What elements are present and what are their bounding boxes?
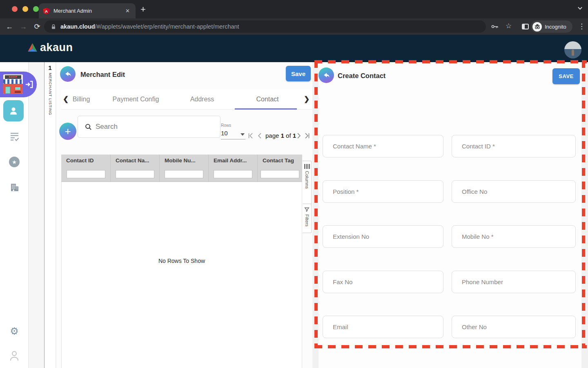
create-contact-panel: Create Contact SAVE Contact Name * Conta… bbox=[318, 62, 581, 368]
forward-icon[interactable]: → bbox=[16, 22, 30, 31]
browser-tab-strip: A Merchant Admin ✕ + bbox=[0, 0, 588, 18]
back-arrow-icon bbox=[322, 71, 330, 79]
field-email[interactable]: Email bbox=[323, 316, 443, 338]
traffic-minimize-button[interactable] bbox=[22, 6, 28, 12]
screen: A Merchant Admin ✕ + ← → ⟳ akaun.cloud/#… bbox=[0, 0, 588, 368]
gear-icon: ⚙ bbox=[10, 325, 19, 337]
columns-tab-label: Columns bbox=[305, 171, 310, 188]
plus-icon: + bbox=[65, 126, 71, 137]
field-office-no[interactable]: Office No bbox=[452, 180, 576, 203]
columns-side-tab[interactable]: Columns bbox=[303, 161, 312, 208]
table-header-row: Contact ID Contact Na... Mobile Nu... Em… bbox=[61, 155, 302, 167]
field-position[interactable]: Position * bbox=[323, 180, 443, 203]
annotation-rect-left bbox=[314, 60, 318, 348]
merchant-listing-tab[interactable]: 1 MERCHANT LISTING bbox=[44, 62, 56, 368]
incognito-badge: Incognito bbox=[531, 20, 572, 33]
user-icon bbox=[9, 350, 20, 361]
tab-contact[interactable]: Contact bbox=[249, 89, 286, 110]
tab-search-chevron-icon[interactable] bbox=[577, 6, 583, 11]
sidebar-item-organization[interactable] bbox=[0, 182, 29, 193]
incognito-icon bbox=[532, 22, 542, 31]
filter-input-email-address[interactable] bbox=[214, 170, 252, 178]
col-contact-id[interactable]: Contact ID bbox=[61, 155, 110, 167]
lock-icon bbox=[51, 24, 56, 30]
url-path: /#/applets/wavelet/erp/entity/merchant-a… bbox=[95, 23, 239, 30]
merchant-edit-panel: Merchant Edit Save ❮ Billing Payment Con… bbox=[56, 62, 312, 368]
filters-side-tab[interactable]: Filters bbox=[303, 204, 312, 233]
bookmark-star-icon[interactable]: ☆ bbox=[506, 22, 512, 30]
reload-icon[interactable]: ⟳ bbox=[30, 22, 44, 31]
col-mobile-number[interactable]: Mobile Nu... bbox=[159, 155, 208, 167]
add-contact-button[interactable]: + bbox=[59, 123, 76, 140]
traffic-zoom-button[interactable] bbox=[33, 6, 39, 12]
last-page-button[interactable] bbox=[304, 132, 310, 140]
sidebar-secondary-rail bbox=[29, 62, 44, 368]
back-arrow-icon bbox=[64, 70, 72, 78]
merchant-edit-title: Merchant Edit bbox=[80, 71, 125, 79]
filter-input-mobile-number[interactable] bbox=[165, 170, 203, 178]
url-host: akaun.cloud bbox=[60, 23, 95, 30]
tab-close-icon[interactable]: ✕ bbox=[124, 8, 131, 14]
next-page-button[interactable] bbox=[296, 132, 301, 140]
filter-input-contact-id[interactable] bbox=[67, 170, 105, 178]
filter-input-contact-name[interactable] bbox=[116, 170, 154, 178]
sidebar-item-listing[interactable] bbox=[0, 132, 29, 141]
create-contact-back-button[interactable] bbox=[318, 67, 334, 83]
browser-tab[interactable]: A Merchant Admin ✕ bbox=[39, 3, 136, 18]
col-email-address[interactable]: Email Addr... bbox=[208, 155, 257, 167]
sidebar-item-settings[interactable]: ⚙ bbox=[0, 325, 29, 337]
create-contact-title: Create Contact bbox=[338, 72, 385, 80]
tab-address[interactable]: Address bbox=[184, 89, 220, 110]
field-mobile-no[interactable]: Mobile No * bbox=[452, 225, 576, 248]
address-bar[interactable]: akaun.cloud/#/applets/wavelet/erp/entity… bbox=[44, 20, 486, 33]
person-icon bbox=[8, 105, 19, 116]
first-page-button[interactable] bbox=[248, 132, 254, 140]
traffic-close-button[interactable] bbox=[12, 6, 18, 12]
enter-applet-icon bbox=[24, 79, 34, 90]
user-avatar[interactable] bbox=[564, 41, 581, 58]
merchant-edit-save-button[interactable]: Save bbox=[286, 66, 311, 81]
storefront-icon: SHOP bbox=[3, 74, 23, 94]
listing-label: MERCHANT LISTING bbox=[48, 73, 52, 115]
rows-per-page-value: 10 bbox=[221, 130, 228, 137]
filter-input-contact-tag[interactable] bbox=[261, 170, 299, 178]
create-contact-save-button[interactable]: SAVE bbox=[552, 68, 580, 84]
rows-per-page-label: Rows bbox=[221, 123, 231, 128]
col-contact-name[interactable]: Contact Na... bbox=[110, 155, 159, 167]
key-icon[interactable] bbox=[491, 24, 499, 29]
columns-icon bbox=[304, 164, 310, 169]
sidebar-item-favourites[interactable]: ★ bbox=[0, 157, 29, 167]
rows-per-page-select[interactable]: 10 bbox=[221, 130, 245, 139]
table-filter-row bbox=[61, 167, 302, 182]
page-indicator: page 1 of 1 bbox=[265, 131, 296, 139]
table-body: No Rows To Show bbox=[61, 182, 302, 368]
new-tab-button[interactable]: + bbox=[140, 4, 146, 15]
tab-payment-config[interactable]: Payment Config bbox=[110, 89, 161, 110]
field-other-no[interactable]: Other No bbox=[452, 316, 576, 338]
sidebar-item-account[interactable] bbox=[0, 350, 29, 361]
contact-search-box bbox=[78, 116, 220, 138]
merchant-edit-tabsbar: ❮ Billing Payment Config Address Contact… bbox=[61, 89, 312, 110]
tab-title: Merchant Admin bbox=[53, 8, 124, 14]
col-contact-tag[interactable]: Contact Tag bbox=[257, 155, 302, 167]
angular-favicon-icon: A bbox=[43, 7, 50, 15]
field-fax-no[interactable]: Fax No bbox=[323, 271, 443, 293]
back-icon[interactable]: ← bbox=[2, 22, 16, 31]
tabs-scroll-right-icon[interactable]: ❯ bbox=[304, 95, 310, 103]
prev-page-button[interactable] bbox=[257, 132, 262, 140]
sidebar-item-merchant-applet[interactable]: SHOP bbox=[0, 72, 37, 97]
field-contact-id[interactable]: Contact ID * bbox=[452, 135, 576, 157]
field-contact-name[interactable]: Contact Name * bbox=[323, 135, 443, 157]
sidebar-item-contacts[interactable] bbox=[3, 100, 24, 121]
search-input[interactable] bbox=[96, 123, 206, 131]
browser-toolbar: ← → ⟳ akaun.cloud/#/applets/wavelet/erp/… bbox=[0, 18, 588, 35]
tab-billing[interactable]: Billing bbox=[67, 89, 96, 110]
merchant-edit-back-button[interactable] bbox=[60, 66, 76, 82]
annotation-rect-right bbox=[582, 60, 585, 348]
app-header: akaun bbox=[0, 35, 588, 62]
field-extension-no[interactable]: Extension No bbox=[323, 225, 443, 248]
akaun-triangle-icon bbox=[27, 43, 38, 53]
side-panel-icon[interactable] bbox=[522, 24, 529, 29]
menu-dots-icon[interactable]: ⋮ bbox=[578, 22, 585, 31]
field-phone-number[interactable]: Phone Number bbox=[452, 271, 576, 293]
